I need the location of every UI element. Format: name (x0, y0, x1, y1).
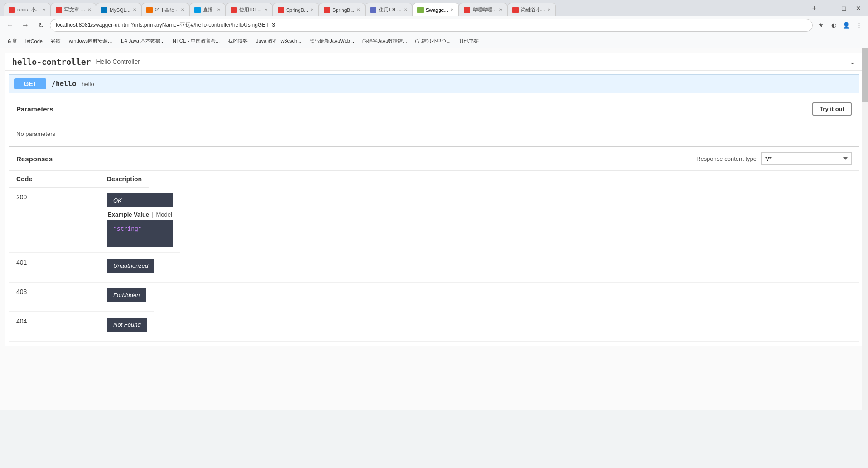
page-content: hello-controller Hello Controller ⌄ GET … (0, 48, 868, 410)
bookmark-item[interactable]: 我的博客 (224, 37, 251, 45)
bookmark-item[interactable]: 谷歌 (47, 37, 64, 45)
endpoint-summary: hello (82, 81, 94, 87)
parameters-header: Parameters Try it out (9, 97, 859, 121)
col-header-code: Code (9, 171, 100, 188)
controller-description: Hello Controller (96, 58, 140, 65)
minimize-button[interactable]: — (824, 2, 835, 14)
browser-tab-t1[interactable]: redis_小... ✕ (4, 3, 51, 16)
address-bar[interactable] (50, 19, 813, 32)
responses-header: Responses Response content type */* (9, 147, 859, 171)
response-code-200: 200 (9, 188, 100, 253)
star-icon[interactable]: ★ (815, 20, 826, 31)
response-desc-404: Not Found (100, 312, 154, 341)
browser-tab-t2[interactable]: 写文章-... ✕ (51, 3, 96, 16)
bookmark-item[interactable]: 百度 (4, 37, 21, 45)
parameters-section: Parameters Try it out No parameters (9, 97, 859, 147)
response-row-401: 401 Unauthorized (9, 253, 859, 283)
restore-button[interactable]: ◻ (838, 2, 850, 14)
menu-icon[interactable]: ⋮ (854, 20, 864, 31)
status-badge-403: Forbidden (107, 288, 146, 302)
new-tab-button[interactable]: + (809, 4, 820, 12)
example-code-200: "string" (107, 220, 173, 247)
bookmark-item[interactable]: 黑马最新JavaWeb... (306, 37, 358, 45)
response-desc-403: Forbidden (100, 283, 154, 312)
bookmark-item[interactable]: NTCE - 中国教育考... (169, 37, 223, 45)
chevron-down-icon: ⌄ (849, 57, 856, 67)
browser-titlebar: redis_小... ✕ 写文章-... ✕ MySQL... ✕ 01 | 基… (0, 0, 868, 16)
scrollbar-track[interactable] (862, 48, 868, 410)
browser-tab-t8[interactable]: SpringB... ✕ (319, 3, 365, 16)
response-content-type-label: Response content type (696, 155, 757, 162)
browser-tab-t4[interactable]: 01 | 基础... ✕ (141, 3, 189, 16)
extensions-icon[interactable]: ◐ (828, 20, 839, 31)
response-desc-401: Unauthorized (100, 253, 162, 282)
browser-tab-t12[interactable]: 尚硅谷小... ✕ (507, 3, 556, 16)
method-badge: GET (14, 78, 46, 89)
controller-name: hello-controller (12, 57, 91, 67)
model-tab[interactable]: Model (155, 211, 173, 218)
controller-header[interactable]: hello-controller Hello Controller ⌄ (5, 53, 863, 71)
try-it-out-button[interactable]: Try it out (812, 102, 852, 116)
response-table-header: Code Description (9, 171, 859, 188)
browser-tab-t3[interactable]: MySQL... ✕ (96, 3, 141, 16)
example-value-tab[interactable]: Example Value (107, 211, 150, 218)
profile-icon[interactable]: 👤 (841, 20, 852, 31)
browser-tab-t11[interactable]: 哔哩哔哩... ✕ (459, 3, 507, 16)
response-row-403: 403 Forbidden (9, 283, 859, 312)
toolbar-icons: ★ ◐ 👤 ⋮ (815, 20, 864, 31)
bookmark-item[interactable]: Java 教程_w3csch... (252, 37, 305, 45)
window-controls: — ◻ ✕ (824, 2, 864, 14)
bookmark-item[interactable]: 其他书签 (455, 37, 482, 45)
controller-title-group: hello-controller Hello Controller (12, 57, 140, 67)
browser-tab-t7[interactable]: SpringB... ✕ (273, 3, 319, 16)
bookmark-item[interactable]: windows同时安装... (65, 37, 116, 45)
browser-toolbar: ← → ↻ ★ ◐ 👤 ⋮ (0, 16, 868, 34)
browser-frame: redis_小... ✕ 写文章-... ✕ MySQL... ✕ 01 | 基… (0, 0, 868, 468)
bookmarks-bar: 百度letCode谷歌windows同时安装...1.4 Java 基本数据..… (0, 34, 868, 48)
forward-button[interactable]: → (19, 19, 32, 32)
responses-section: Responses Response content type */* Code… (9, 147, 859, 342)
endpoint-header[interactable]: GET /hello hello (9, 75, 859, 93)
bookmark-item[interactable]: 尚硅谷Java数据结... (359, 37, 410, 45)
response-desc-200: OK Example Value | Model "string" (100, 188, 180, 253)
response-content-type-select[interactable]: */* (761, 152, 852, 165)
response-table: Code Description 200 OK Example Value | (9, 171, 859, 342)
status-badge-200: OK (107, 193, 173, 207)
browser-tab-t10[interactable]: Swagge... ✕ (412, 3, 459, 16)
status-badge-404: Not Found (107, 318, 147, 332)
bookmark-item[interactable]: (完结) (小甲鱼... (411, 37, 454, 45)
refresh-button[interactable]: ↻ (34, 19, 47, 32)
status-badge-401: Unauthorized (107, 259, 154, 273)
response-code-404: 404 (9, 312, 100, 341)
close-button[interactable]: ✕ (853, 2, 864, 14)
response-code-403: 403 (9, 283, 100, 312)
bookmark-item[interactable]: 1.4 Java 基本数据... (116, 37, 168, 45)
response-row-200: 200 OK Example Value | Model "strin (9, 188, 859, 253)
no-parameters-text: No parameters (9, 121, 859, 146)
response-code-401: 401 (9, 253, 100, 282)
bookmark-item[interactable]: letCode (22, 38, 46, 45)
response-row-404: 404 Not Found (9, 312, 859, 342)
col-header-description: Description (100, 171, 149, 188)
scrollbar-thumb[interactable] (862, 48, 868, 102)
responses-title: Responses (16, 155, 53, 163)
example-tabs: Example Value | Model (107, 211, 173, 218)
swagger-section: hello-controller Hello Controller ⌄ GET … (5, 53, 863, 346)
browser-tab-t6[interactable]: 使用IDE... ✕ (226, 3, 273, 16)
endpoint-path: /hello (52, 80, 76, 88)
back-button[interactable]: ← (4, 19, 16, 32)
parameters-title: Parameters (16, 105, 53, 113)
browser-tab-t9[interactable]: 使用IDE... ✕ (365, 3, 412, 16)
endpoint-block: GET /hello hello (9, 74, 859, 93)
browser-tab-t5[interactable]: 直播 ✕ (189, 3, 226, 16)
browser-tabs: redis_小... ✕ 写文章-... ✕ MySQL... ✕ 01 | 基… (4, 0, 809, 16)
example-value-section: Example Value | Model "string" (107, 211, 173, 247)
response-content-type-group: Response content type */* (696, 152, 852, 165)
